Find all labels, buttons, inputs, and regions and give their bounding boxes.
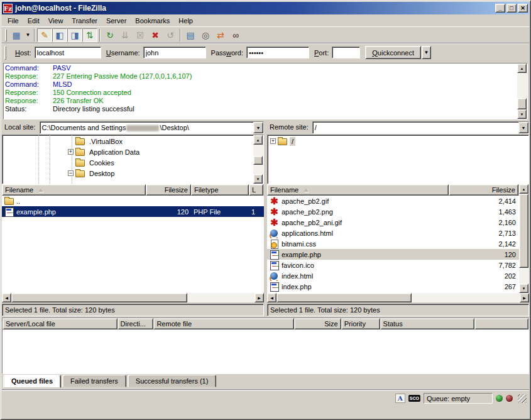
- file-row[interactable]: ✱apache_pb2.gif2,414: [267, 196, 519, 206]
- chevron-down-icon[interactable]: ▼: [518, 122, 528, 133]
- compare-button[interactable]: ◎: [198, 28, 213, 42]
- file-row[interactable]: ✱apache_pb2.png1,463: [267, 206, 519, 217]
- refresh-button[interactable]: ↻: [102, 28, 118, 42]
- toolbar-grip[interactable]: [5, 29, 7, 41]
- file-row[interactable]: index.php267: [267, 281, 519, 292]
- menu-server[interactable]: Server: [102, 16, 131, 26]
- local-list-hscrollbar[interactable]: ◀ ▶: [2, 293, 264, 302]
- tree-item[interactable]: .VirtualBox: [3, 136, 253, 146]
- tree-item[interactable]: −Desktop: [3, 168, 253, 179]
- column-header-filetype[interactable]: Filetype: [191, 184, 249, 196]
- local-site-combo[interactable]: C:\Documents and Settings\Desktop\ ▼: [40, 121, 264, 134]
- column-header-size[interactable]: Size: [294, 318, 341, 329]
- menu-file[interactable]: File: [3, 16, 23, 26]
- filter-button[interactable]: ▤: [183, 28, 198, 42]
- column-header-filesize[interactable]: Filesize: [449, 184, 518, 196]
- column-header-status[interactable]: Status: [380, 318, 475, 329]
- column-header-filler[interactable]: [474, 318, 528, 329]
- tree-item[interactable]: +Application Data: [3, 146, 253, 157]
- close-button[interactable]: ✕: [518, 4, 528, 13]
- scroll-up-icon[interactable]: ▲: [517, 64, 527, 73]
- port-input[interactable]: [332, 47, 360, 58]
- scroll-left-icon[interactable]: ◀: [267, 293, 276, 302]
- file-row[interactable]: ..: [2, 196, 264, 206]
- file-row[interactable]: example.php120PHP File1: [2, 206, 264, 217]
- log-text: MLSD: [53, 80, 72, 89]
- column-header-filename[interactable]: Filename: [267, 184, 449, 196]
- quickconnect-grip[interactable]: [4, 46, 6, 60]
- scroll-left-icon[interactable]: ◀: [2, 293, 11, 302]
- tree-expander-icon[interactable]: +: [270, 138, 276, 144]
- file-name: favicon.ico: [282, 262, 314, 269]
- file-row[interactable]: applications.html2,713: [267, 228, 519, 238]
- scrollbar-thumb[interactable]: [276, 293, 412, 302]
- queue-body: [3, 329, 528, 373]
- scroll-up-icon[interactable]: ▲: [253, 135, 263, 145]
- scrollbar-thumb[interactable]: [11, 293, 187, 302]
- quickconnect-button[interactable]: Quickconnect: [365, 46, 421, 59]
- tab-failed-transfers[interactable]: Failed transfers: [62, 375, 126, 387]
- scroll-up-icon[interactable]: ▲: [519, 184, 528, 194]
- quickconnect-dropdown[interactable]: ▼: [422, 46, 431, 59]
- local-tree-scrollbar[interactable]: ▲ ▼: [253, 135, 263, 184]
- disconnect-button[interactable]: ✖: [148, 28, 163, 42]
- compare-icon: ◎: [202, 30, 209, 40]
- filezilla-window: Fz john@localhost - FileZilla _□✕ FileEd…: [0, 0, 531, 420]
- remote-list-hscrollbar[interactable]: ◀ ▶: [267, 293, 529, 302]
- toggle-local-tree-button[interactable]: ◧: [52, 28, 67, 42]
- log-text: Directory listing successful: [53, 105, 134, 113]
- scroll-down-icon[interactable]: ▼: [517, 109, 527, 119]
- tab-successful-transfers-[interactable]: Successful transfers (1): [128, 375, 217, 387]
- menu-view[interactable]: View: [44, 16, 68, 26]
- remote-list-scrollbar[interactable]: ▲ ▼: [519, 184, 529, 293]
- column-header-filename[interactable]: Filename: [2, 184, 146, 196]
- find-files-button[interactable]: ∞: [228, 28, 243, 42]
- tab-queued-files[interactable]: Queued files: [3, 375, 61, 388]
- message-log-scrollbar[interactable]: ▲ ▼: [517, 64, 527, 119]
- toggle-remote-tree-button[interactable]: ◨: [67, 28, 82, 42]
- column-header-serverlocalfile[interactable]: Server/Local file: [3, 318, 118, 329]
- sync-browse-button[interactable]: ⇄: [213, 28, 228, 42]
- maximize-button[interactable]: □: [506, 4, 517, 13]
- remote-site-combo[interactable]: / ▼: [312, 121, 529, 134]
- log-line: Command:MLSD: [5, 80, 516, 89]
- scroll-right-icon[interactable]: ▶: [520, 293, 529, 302]
- scroll-right-icon[interactable]: ▶: [255, 293, 264, 302]
- column-header-l[interactable]: L: [249, 184, 263, 196]
- file-row[interactable]: index.html202: [267, 270, 519, 281]
- tree-expander-icon[interactable]: −: [68, 170, 74, 176]
- column-header-directi[interactable]: Directi...: [118, 318, 154, 329]
- file-row[interactable]: ✱apache_pb2_ani.gif2,160: [267, 217, 519, 228]
- file-row[interactable]: example.php120: [267, 249, 519, 260]
- resize-grip[interactable]: [518, 394, 527, 403]
- tree-item[interactable]: +/: [268, 136, 528, 146]
- tree-expander-icon[interactable]: +: [68, 149, 74, 155]
- toggle-message-log-button[interactable]: ✎: [37, 28, 52, 42]
- column-header-priority[interactable]: Priority: [341, 318, 380, 329]
- folder-icon: [75, 160, 85, 167]
- site-manager-button[interactable]: ▦: [9, 28, 24, 42]
- minimize-button[interactable]: _: [495, 4, 505, 13]
- password-input[interactable]: [246, 47, 309, 58]
- chevron-down-icon[interactable]: ▼: [24, 28, 32, 42]
- file-row[interactable]: favicon.ico7,782: [267, 260, 519, 270]
- scrollbar-thumb[interactable]: [519, 194, 528, 268]
- tree-item[interactable]: Cookies: [3, 157, 253, 168]
- menu-transfer[interactable]: Transfer: [67, 16, 102, 26]
- toggle-queue-button[interactable]: ⇅: [82, 28, 97, 42]
- column-header-remotefile[interactable]: Remote file: [153, 318, 293, 329]
- apache-file-icon: ✱: [270, 218, 279, 227]
- menu-help[interactable]: Help: [174, 16, 197, 26]
- host-input[interactable]: [35, 47, 101, 58]
- scroll-down-icon[interactable]: ▼: [519, 284, 528, 293]
- menu-edit[interactable]: Edit: [23, 16, 44, 26]
- queue-status-text: Queue: empty: [424, 393, 493, 404]
- file-row[interactable]: bitnami.css2,142: [267, 238, 519, 249]
- username-input[interactable]: [143, 47, 206, 58]
- chevron-down-icon[interactable]: ▼: [253, 122, 263, 133]
- menu-bookmarks[interactable]: Bookmarks: [131, 16, 174, 26]
- scrollbar-thumb[interactable]: [517, 98, 527, 109]
- scroll-down-icon[interactable]: ▼: [253, 174, 263, 184]
- scrollbar-thumb[interactable]: [253, 156, 263, 165]
- column-header-filesize[interactable]: Filesize: [146, 184, 191, 196]
